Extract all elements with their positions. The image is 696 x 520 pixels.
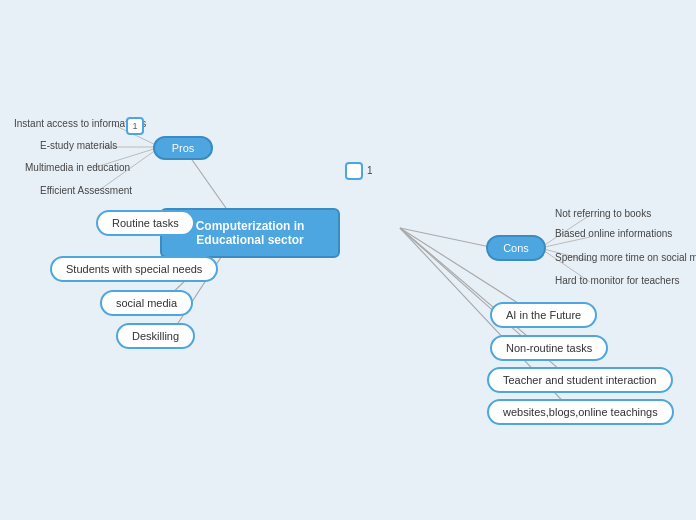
cons-node[interactable]: Cons (486, 235, 546, 261)
teacher-student-label: Teacher and student interaction (503, 374, 657, 386)
websites-blogs-node[interactable]: websites,blogs,online teachings (487, 399, 674, 425)
cons-item-2: Biased online informations (555, 228, 672, 239)
pros-item-3: Multimedia in education (25, 162, 130, 173)
non-routine-tasks-label: Non-routine tasks (506, 342, 592, 354)
pros-label: Pros (172, 142, 195, 154)
cons-item-1: Not referring to books (555, 208, 651, 219)
center-badge-box[interactable] (345, 162, 363, 180)
social-media-label: social media (116, 297, 177, 309)
deskilling-node[interactable]: Deskilling (116, 323, 195, 349)
badge-1: 1 (126, 117, 144, 135)
ai-future-label: AI in the Future (506, 309, 581, 321)
pros-item-2: E-study materials (40, 140, 117, 151)
cons-item-3: Spending more time on social media (555, 252, 696, 263)
cons-item-4: Hard to monitor for teachers (555, 275, 680, 286)
svg-line-9 (400, 228, 495, 248)
pros-node[interactable]: Pros (153, 136, 213, 160)
social-media-node[interactable]: social media (100, 290, 193, 316)
deskilling-label: Deskilling (132, 330, 179, 342)
students-special-needs-label: Students with special needs (66, 263, 202, 275)
center-badge-number: 1 (367, 165, 373, 176)
students-special-needs-node[interactable]: Students with special needs (50, 256, 218, 282)
cons-label: Cons (503, 242, 529, 254)
websites-blogs-label: websites,blogs,online teachings (503, 406, 658, 418)
routine-tasks-node[interactable]: Routine tasks (96, 210, 195, 236)
routine-tasks-label: Routine tasks (112, 217, 179, 229)
ai-future-node[interactable]: AI in the Future (490, 302, 597, 328)
non-routine-tasks-node[interactable]: Non-routine tasks (490, 335, 608, 361)
pros-item-4: Efficient Assessment (40, 185, 132, 196)
central-label: Computerization in Educational sector (180, 219, 320, 247)
teacher-student-interaction-node[interactable]: Teacher and student interaction (487, 367, 673, 393)
